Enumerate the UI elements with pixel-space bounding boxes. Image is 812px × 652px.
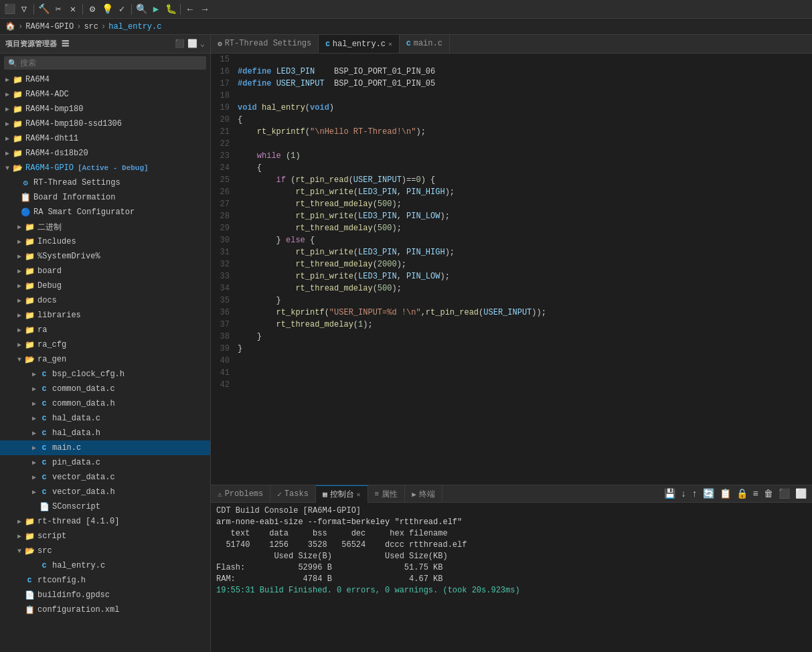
toolbar-icon-cancel[interactable]: ✕ <box>66 3 80 16</box>
code-line: 23 while (1) <box>211 150 812 162</box>
tree-item-hal-data-c[interactable]: ▶ C hal_data.c <box>0 411 210 426</box>
panel-copy-icon[interactable]: 📋 <box>718 487 732 501</box>
tree-item-ra6m4-bmp180-ssd1306[interactable]: ▶ 📁 RA6M4-bmp180-ssd1306 <box>0 116 210 131</box>
tree-label-board-info: Board Information <box>33 193 115 202</box>
tree-item-rt-thread-settings[interactable]: ⚙ RT-Thread Settings <box>0 175 210 190</box>
panel-lock-icon[interactable]: 🔒 <box>735 487 749 501</box>
search-icon: 🔍 <box>8 59 17 68</box>
tree-item-vector-data-c[interactable]: ▶ C vector_data.c <box>0 470 210 485</box>
panel-down-icon[interactable]: ↓ <box>679 487 687 501</box>
panel-tab-terminal[interactable]: ▶ 终端 <box>405 485 442 503</box>
tree-label: RA6M4 <box>25 75 50 84</box>
tree-arrow: ▼ <box>15 548 24 555</box>
toolbar-icon-forward[interactable]: → <box>198 3 212 16</box>
tree-item-ra-smart-config[interactable]: 🔵 RA Smart Configurator <box>0 205 210 220</box>
tree-item-libraries[interactable]: ▶ 📁 libraries <box>0 308 210 323</box>
tree-item-ra6m4[interactable]: ▶ 📁 RA6M4 <box>0 72 210 87</box>
tree-item-vector-data-h[interactable]: ▶ C vector_data.h <box>0 485 210 499</box>
panel-tab-tasks[interactable]: ✓ Tasks <box>270 485 316 503</box>
toolbar-icon-build[interactable]: 🔨 <box>37 3 50 16</box>
tree-item-sconscript[interactable]: 📄 SConscript <box>0 499 210 514</box>
tree-item-debug[interactable]: ▶ 📁 Debug <box>0 278 210 293</box>
tree-item-common-data-h[interactable]: ▶ C common_data.h <box>0 396 210 411</box>
toolbar-icon-settings[interactable]: ⚙ <box>86 3 99 16</box>
tree-item-ra[interactable]: ▶ 📁 ra <box>0 323 210 337</box>
settings-icon: ⚙ <box>20 177 31 188</box>
toolbar-icon-open[interactable]: ▽ <box>17 3 31 16</box>
panel-tab-close-icon[interactable]: ✕ <box>357 491 361 499</box>
panel-expand-icon[interactable]: ⬛ <box>777 487 791 501</box>
code-line: 29 rt_thread_mdelay(500); <box>211 222 812 234</box>
tree-item-ra6m4-adc[interactable]: ▶ 📁 RA6M4-ADC <box>0 87 210 102</box>
tab-hal-entry-c[interactable]: C hal_entry.c ✕ <box>319 35 400 53</box>
breadcrumb-src[interactable]: src <box>84 22 98 31</box>
tree-item-ra-cfg[interactable]: ▶ 📁 ra_cfg <box>0 337 210 352</box>
tab-rt-thread-settings[interactable]: ⚙ RT-Thread Settings <box>211 35 319 53</box>
tree-item-board-information[interactable]: 📋 Board Information <box>0 190 210 205</box>
tree-item-docs[interactable]: ▶ 📁 docs <box>0 293 210 308</box>
toolbar-icon-clean[interactable]: ✂ <box>52 3 65 16</box>
panel-minimize-icon[interactable]: ⬜ <box>794 487 808 501</box>
c-source-icon: C <box>39 457 50 468</box>
panel-refresh-icon[interactable]: 🔄 <box>702 487 716 501</box>
folder-icon: 📁 <box>24 222 35 232</box>
tab-main-c[interactable]: C main.c <box>400 35 450 53</box>
c-source-icon: C <box>39 472 50 483</box>
tree-item-main-c[interactable]: ▶ C main.c <box>0 440 210 455</box>
toolbar-icon-search[interactable]: 🔍 <box>135 3 148 16</box>
tree-item-script[interactable]: ▶ 📁 script <box>0 529 210 544</box>
search-input[interactable] <box>20 58 202 68</box>
tree-item-includes[interactable]: ▶ 📁 Includes <box>0 234 210 249</box>
panel-menu-icon[interactable]: ≡ <box>752 487 760 501</box>
code-editor[interactable]: 15 16 #define LED3_PIN BSP_IO_PORT_01_PI… <box>211 54 812 485</box>
tree-item-rt-thread-folder[interactable]: ▶ 📁 rt-thread [4.1.0] <box>0 514 210 529</box>
toolbar-icon-new[interactable]: ⬛ <box>3 3 16 16</box>
folder-icon: 📁 <box>24 516 35 527</box>
tree-item-ra6m4-ds18b20[interactable]: ▶ 📁 RA6M4-ds18b20 <box>0 146 210 161</box>
toolbar-icon-back[interactable]: ← <box>183 3 197 16</box>
tree-label: script <box>37 532 66 541</box>
tree-item-common-data-c[interactable]: ▶ C common_data.c <box>0 382 210 396</box>
panel-save-icon[interactable]: 💾 <box>663 487 677 501</box>
panel-clear-icon[interactable]: 🗑 <box>762 487 775 501</box>
toolbar-icon-assist[interactable]: 💡 <box>100 3 114 16</box>
tree-arrow: ▶ <box>15 267 24 275</box>
tab-close-icon[interactable]: ✕ <box>388 40 392 48</box>
tree-item-ra6m4-bmp180[interactable]: ▶ 📁 RA6M4-bmp180 <box>0 102 210 116</box>
sidebar-menu-icon[interactable]: ⌄ <box>200 39 205 49</box>
panel-tab-label: Tasks <box>285 489 309 499</box>
tree-label: 二进制 <box>37 222 62 233</box>
toolbar-icon-debug[interactable]: 🐛 <box>164 3 177 16</box>
search-bar[interactable]: 🔍 <box>4 56 206 70</box>
tree-item-ra6m4-gpio[interactable]: ▼ 📂 RA6M4-GPIO [Active - Debug] <box>0 161 210 175</box>
panel-tab-problems[interactable]: ⚠ Problems <box>211 485 270 503</box>
tree-item-src[interactable]: ▼ 📂 src <box>0 544 210 558</box>
folder-icon: 📁 <box>24 531 35 542</box>
panel-header-right: 💾 ↓ ↑ 🔄 📋 🔒 ≡ 🗑 ⬛ ⬜ <box>663 487 812 501</box>
code-line: 18 <box>211 90 812 102</box>
sidebar-collapse-icon[interactable]: ⬛ <box>175 39 185 49</box>
tree-item-ra6m4-dht11[interactable]: ▶ 📁 RA6M4-dht11 <box>0 131 210 146</box>
tree-item-board[interactable]: ▶ 📁 board <box>0 264 210 278</box>
tree-item-ra-gen[interactable]: ▼ 📂 ra_gen <box>0 352 210 367</box>
sidebar-expand-icon[interactable]: ⬜ <box>187 39 197 49</box>
toolbar-icon-check[interactable]: ✓ <box>115 3 129 16</box>
tree-item-buildinfo[interactable]: 📄 buildinfo.gpdsc <box>0 588 210 602</box>
breadcrumb-project[interactable]: RA6M4-GPIO <box>25 22 74 31</box>
tree-label-includes: Includes <box>37 237 76 246</box>
tree-item-systemdrive[interactable]: ▶ 📁 %SystemDrive% <box>0 249 210 264</box>
panel-tab-console[interactable]: ▦ 控制台 ✕ <box>316 485 368 503</box>
toolbar-icon-run[interactable]: ▶ <box>149 3 163 16</box>
panel-up-icon[interactable]: ↑ <box>690 487 698 501</box>
tree-item-rtconfig-h[interactable]: C rtconfig.h <box>0 573 210 588</box>
tree-item-hal-data-h[interactable]: ▶ C hal_data.h <box>0 426 210 440</box>
tree-item-config-xml[interactable]: 📋 configuration.xml <box>0 602 210 617</box>
tree-item-pin-data-c[interactable]: ▶ C pin_data.c <box>0 455 210 470</box>
tree-arrow: ▶ <box>29 370 39 378</box>
folder-icon: 📁 <box>12 118 23 129</box>
tree-item-binary[interactable]: ▶ 📁 二进制 <box>0 220 210 234</box>
panel-tab-label: 终端 <box>419 489 435 500</box>
panel-tab-properties[interactable]: ≡ 属性 <box>368 485 406 503</box>
tree-item-hal-entry-c[interactable]: C hal_entry.c <box>0 558 210 573</box>
tree-item-bsp-clock-cfg-h[interactable]: ▶ C bsp_clock_cfg.h <box>0 367 210 382</box>
